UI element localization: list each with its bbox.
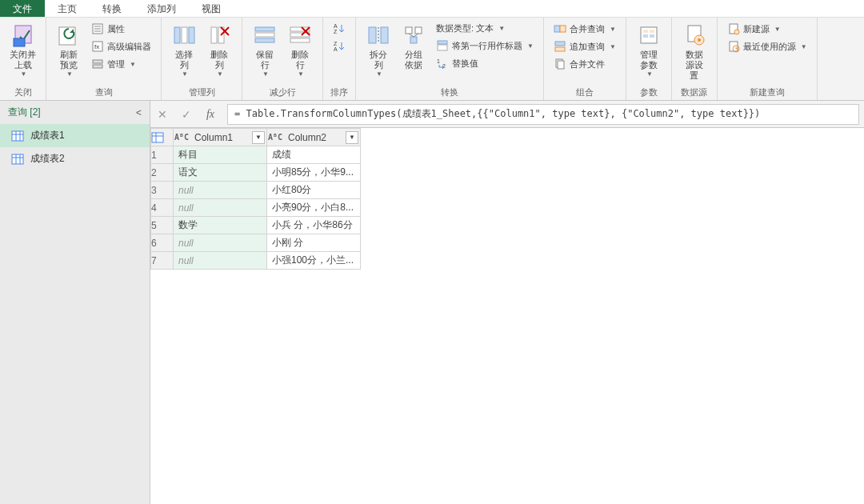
keep-rows-button[interactable]: 保留 行 ▼ xyxy=(249,21,281,79)
cell-c1[interactable]: 科目 xyxy=(174,146,267,164)
svg-text:A: A xyxy=(334,23,338,29)
svg-rect-33 xyxy=(406,27,412,34)
column-header-1[interactable]: AᴮC Column1 ▼ xyxy=(174,129,267,146)
column-2-filter-button[interactable]: ▼ xyxy=(346,131,358,144)
editor-icon: fx xyxy=(91,40,104,53)
table-row[interactable]: 4null小亮90分，小白8... xyxy=(151,199,361,217)
chevron-down-icon: ▼ xyxy=(801,43,807,50)
use-first-row-button[interactable]: 将第一行用作标题 ▼ xyxy=(433,38,537,54)
choose-columns-icon xyxy=(171,22,197,48)
split-column-button[interactable]: 拆分 列 ▼ xyxy=(362,21,394,79)
recent-sources-button[interactable]: 最近使用的源 ▼ xyxy=(724,38,810,54)
queries-title: 查询 [2] xyxy=(8,106,41,119)
choose-columns-button[interactable]: 选择 列 ▼ xyxy=(168,21,200,79)
datatype-text-icon[interactable]: AᴮC xyxy=(174,133,190,142)
table-icon xyxy=(11,154,24,165)
group-by-button[interactable]: 分组 依据 xyxy=(398,21,430,72)
cell-c2[interactable]: 小兵 分，小华86分 xyxy=(267,217,361,234)
merge-queries-button[interactable]: 合并查询 ▼ xyxy=(550,21,619,37)
svg-rect-14 xyxy=(211,27,217,43)
column-1-filter-button[interactable]: ▼ xyxy=(252,131,265,144)
row-number[interactable]: 5 xyxy=(151,217,174,234)
cell-c2[interactable]: 小刚 分 xyxy=(267,234,361,252)
column-header-2[interactable]: AᴮC Column2 ▼ xyxy=(267,129,361,146)
formula-fx-button[interactable]: fx xyxy=(198,101,222,127)
row-number[interactable]: 6 xyxy=(151,234,174,252)
cell-c1[interactable]: 数学 xyxy=(174,217,267,234)
table-row[interactable]: 1科目成绩 xyxy=(151,146,361,164)
cell-c2[interactable]: 小亮90分，小白8... xyxy=(267,199,361,217)
tab-file[interactable]: 文件 xyxy=(0,0,45,17)
datasource-settings-button[interactable]: 数据 源设 置 xyxy=(678,21,710,82)
cell-c2[interactable]: 成绩 xyxy=(267,146,361,164)
row-number[interactable]: 2 xyxy=(151,164,174,182)
tab-transform[interactable]: 转换 xyxy=(90,0,134,17)
combine-files-button[interactable]: 合并文件 xyxy=(550,56,619,72)
new-source-button[interactable]: 新建源 ▼ xyxy=(724,21,810,37)
datatype-button[interactable]: 数据类型: 文本 ▼ xyxy=(433,21,537,36)
cell-c1[interactable]: 语文 xyxy=(174,164,267,182)
append-queries-button[interactable]: 追加查询 ▼ xyxy=(550,38,619,54)
manage-params-button[interactable]: 管理 参数 ▼ xyxy=(633,21,665,79)
append-icon xyxy=(554,40,566,53)
properties-button[interactable]: 属性 xyxy=(88,21,154,37)
cell-c2[interactable]: 小强100分，小兰... xyxy=(267,252,361,270)
new-source-icon xyxy=(727,22,740,35)
query-item-1[interactable]: 成绩表1 xyxy=(0,124,150,147)
svg-rect-51 xyxy=(643,34,648,38)
svg-rect-13 xyxy=(189,27,194,43)
x-icon: ✕ xyxy=(158,108,167,121)
table-row[interactable]: 5数学小兵 分，小华86分 xyxy=(151,217,361,234)
remove-columns-button[interactable]: 删除 列 ▼ xyxy=(203,21,235,79)
remove-columns-icon xyxy=(206,22,232,48)
row-number[interactable]: 1 xyxy=(151,146,174,164)
cell-c2[interactable]: 小红80分 xyxy=(267,182,361,199)
cell-c1[interactable]: null xyxy=(174,234,267,252)
cell-c1[interactable]: null xyxy=(174,252,267,270)
tab-home[interactable]: 主页 xyxy=(45,0,90,17)
grid-corner[interactable] xyxy=(151,129,174,146)
refresh-preview-button[interactable]: 刷新 预览 ▼ xyxy=(53,21,85,79)
tab-view[interactable]: 视图 xyxy=(189,0,234,17)
row-number[interactable]: 7 xyxy=(151,252,174,270)
sort-asc-button[interactable]: AZ xyxy=(330,21,349,37)
table-row[interactable]: 2语文小明85分，小华9... xyxy=(151,164,361,182)
remove-columns-label: 删除 列 xyxy=(210,50,228,70)
ribbon-group-sort: AZ ZA 排序 xyxy=(323,18,356,100)
properties-label: 属性 xyxy=(107,23,125,35)
firstrow-label: 将第一行用作标题 xyxy=(452,40,522,52)
cell-c1[interactable]: null xyxy=(174,199,267,217)
advanced-editor-button[interactable]: fx 高级编辑器 xyxy=(88,38,154,54)
table-row[interactable]: 6null小刚 分 xyxy=(151,234,361,252)
svg-rect-19 xyxy=(255,33,274,37)
chevron-down-icon: ▼ xyxy=(527,42,534,50)
table-row[interactable]: 3null小红80分 xyxy=(151,182,361,199)
keep-rows-icon xyxy=(252,22,278,48)
query-item-2[interactable]: 成绩表2 xyxy=(0,147,150,170)
remove-rows-button[interactable]: 删除 行 ▼ xyxy=(284,21,316,79)
datatype-text-icon[interactable]: AᴮC xyxy=(267,133,283,142)
collapse-panel-icon[interactable]: < xyxy=(136,107,142,118)
sort-desc-button[interactable]: ZA xyxy=(330,38,349,54)
cell-c1[interactable]: null xyxy=(174,182,267,199)
datasource-label: 数据 源设 置 xyxy=(686,50,703,81)
formula-cancel-button[interactable]: ✕ xyxy=(150,101,174,127)
queries-panel: 查询 [2] < 成绩表1 成绩表2 xyxy=(0,101,150,504)
formula-accept-button[interactable]: ✓ xyxy=(174,101,198,127)
table-row[interactable]: 7null小强100分，小兰... xyxy=(151,252,361,270)
query-item-2-label: 成绩表2 xyxy=(30,152,65,166)
formula-input[interactable] xyxy=(227,104,859,125)
close-load-button[interactable]: 关闭并 上载 ▼ xyxy=(6,21,39,79)
ribbon-group-params: 管理 参数 ▼ 参数 xyxy=(626,18,672,100)
chevron-down-icon: ▼ xyxy=(298,70,304,78)
grid-table: AᴮC Column1 ▼ AᴮC Column2 ▼ xyxy=(150,128,361,270)
tab-addcolumn[interactable]: 添加列 xyxy=(134,0,189,17)
manage-button[interactable]: 管理 ▼ xyxy=(88,56,154,72)
group-label-params: 参数 xyxy=(633,85,665,98)
cell-c2[interactable]: 小明85分，小华9... xyxy=(267,164,361,182)
combine-files-label: 合并文件 xyxy=(570,58,605,70)
advanced-editor-label: 高级编辑器 xyxy=(107,41,151,53)
replace-values-button[interactable]: 12 替换值 xyxy=(433,55,537,71)
row-number[interactable]: 3 xyxy=(151,182,174,199)
row-number[interactable]: 4 xyxy=(151,199,174,217)
